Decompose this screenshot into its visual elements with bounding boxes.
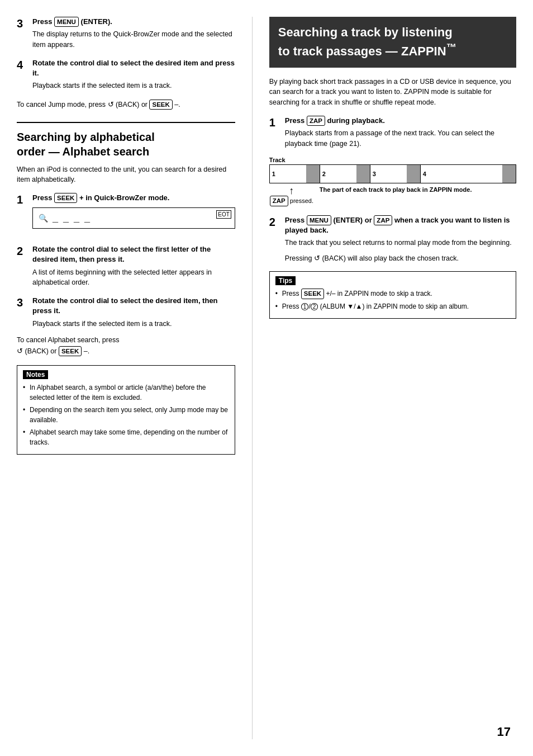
alph-step-3: 3 Rotate the control dial to select the … <box>17 296 235 329</box>
step-number-4: 4 <box>17 58 30 72</box>
tips-list: Press SEEK +/– in ZAPPIN mode to skip a … <box>275 289 510 311</box>
segment-4-shaded <box>502 165 516 183</box>
step-4-content: Rotate the control dial to select the de… <box>32 58 235 91</box>
eot-indicator: EOT <box>216 210 231 219</box>
alph-step-3-body: Playback starts if the selected item is … <box>32 319 235 329</box>
track-arrow-desc: The part of each track to play back in Z… <box>320 186 472 193</box>
up-arrow: ↑ <box>289 186 294 196</box>
zap-step-2-content: Press MENU (ENTER) or ZAP when a track y… <box>285 215 516 264</box>
track-arrow-right: The part of each track to play back in Z… <box>314 186 516 194</box>
menu-key: MENU <box>54 17 79 27</box>
right-heading: Searching a track by listeningto track p… <box>278 25 507 60</box>
right-header-box: Searching a track by listeningto track p… <box>269 17 516 68</box>
step-4-body: Playback starts if the selected item is … <box>32 81 235 91</box>
zap-step-1-body: Playback starts from a passage of the ne… <box>285 128 516 149</box>
notes-list: In Alphabet search, a symbol or article … <box>23 382 229 447</box>
alph-step-number-1: 1 <box>17 193 30 206</box>
track-segment-1: 1 <box>270 165 320 183</box>
tips-box: Tips Press SEEK +/– in ZAPPIN mode to sk… <box>269 271 516 318</box>
segment-2-shaded <box>356 165 370 183</box>
alphabet-intro: When an iPod is connected to the unit, y… <box>17 164 235 186</box>
tip-item-1: Press SEEK +/– in ZAPPIN mode to skip a … <box>275 289 510 299</box>
step-3-left: 3 Press MENU (ENTER). The display return… <box>17 17 235 50</box>
search-icon: 🔍 <box>39 214 48 223</box>
album-key-2: 2 <box>311 303 318 310</box>
zap-step-number-2: 2 <box>269 215 283 229</box>
zap-key-1: ZAP <box>307 116 325 126</box>
alph-step-1-title: Press SEEK + in Quick-BrowZer mode. <box>32 193 235 203</box>
zappin-intro: By playing back short track passages in … <box>269 77 516 108</box>
seek-key-1: SEEK <box>54 193 77 203</box>
notes-box: Notes In Alphabet search, a symbol or ar… <box>17 365 235 455</box>
seek-key-cancel-alph: SEEK <box>59 346 82 356</box>
search-display: 🔍 𝅺 _ _ _ _ EOT <box>32 207 235 229</box>
tip-item-2: Press 1/2 (ALBUM ▼/▲) in ZAPPIN mode to … <box>275 301 510 311</box>
zap-step-2-body2: Pressing ↺ (BACK) will also play back th… <box>285 253 516 264</box>
segment-1-label: 1 <box>272 171 275 177</box>
alphabet-search-heading: Searching by alphabeticalorder — Alphabe… <box>17 122 235 159</box>
zap-step-2: 2 Press MENU (ENTER) or ZAP when a track… <box>269 215 516 264</box>
alph-step-number-3: 3 <box>17 296 30 309</box>
step-number-3: 3 <box>17 17 30 30</box>
cancel-jump-text: To cancel Jump mode, press ↺ (BACK) or S… <box>17 99 235 111</box>
track-label: Track <box>269 157 516 163</box>
track-diagram: Track 1 2 3 <box>269 157 516 206</box>
menu-key-2: MENU <box>307 215 331 225</box>
seek-key-cancel: SEEK <box>149 100 172 110</box>
track-arrow-left: ↑ ZAP pressed. <box>269 186 314 206</box>
zap-step-2-body1: The track that you select returns to nor… <box>285 238 516 248</box>
zap-step-1: 1 Press ZAP during playback. Playback st… <box>269 116 516 149</box>
search-display-content: 🔍 𝅺 _ _ _ _ <box>39 212 91 225</box>
track-segment-2: 2 <box>320 165 370 183</box>
tips-title: Tips <box>275 276 296 285</box>
zap-step-1-content: Press ZAP during playback. Playback star… <box>285 116 516 149</box>
alph-step-2-content: Rotate the control dial to select the fi… <box>32 244 235 288</box>
step-4-title: Rotate the control dial to select the de… <box>32 58 235 78</box>
segment-1-shaded <box>306 165 320 183</box>
segment-2-label: 2 <box>322 171 326 177</box>
track-segment-4: 4 <box>421 165 516 183</box>
zap-step-2-title: Press MENU (ENTER) or ZAP when a track y… <box>285 215 516 235</box>
zap-step-1-title: Press ZAP during playback. <box>285 116 516 126</box>
underscore-display: _ _ _ _ <box>53 212 91 224</box>
alph-step-2-title: Rotate the control dial to select the fi… <box>32 244 235 264</box>
note-item-2: Depending on the search item you select,… <box>23 405 229 425</box>
segment-4-label: 4 <box>423 171 426 177</box>
alph-step-number-2: 2 <box>17 244 30 258</box>
notes-title: Notes <box>23 370 48 379</box>
step-3-title: Press MENU (ENTER). <box>32 17 235 27</box>
alph-step-2-body: A list of items beginning with the selec… <box>32 267 235 289</box>
alph-step-3-title: Rotate the control dial to select the de… <box>32 296 235 316</box>
album-key-1: 1 <box>301 303 309 310</box>
step-3-body: The display returns to the Quick-BrowZer… <box>32 29 235 50</box>
alph-step-1: 1 Press SEEK + in Quick-BrowZer mode. 🔍 … <box>17 193 235 237</box>
cancel-alph-text: To cancel Alphabet search, press ↺ (BACK… <box>17 334 235 357</box>
alph-step-3-content: Rotate the control dial to select the de… <box>32 296 235 329</box>
note-item-3: Alphabet search may take some time, depe… <box>23 427 229 447</box>
tm-sup: ™ <box>446 41 456 53</box>
alph-step-1-content: Press SEEK + in Quick-BrowZer mode. 🔍 𝅺 … <box>32 193 235 237</box>
seek-key-tip: SEEK <box>301 289 324 299</box>
zap-key-2: ZAP <box>374 215 392 225</box>
segment-3-shaded <box>407 165 420 183</box>
note-item-1: In Alphabet search, a symbol or article … <box>23 382 229 403</box>
step-4-left: 4 Rotate the control dial to select the … <box>17 58 235 91</box>
segment-3-label: 3 <box>373 171 376 177</box>
track-arrow-row: ↑ ZAP pressed. The part of each track to… <box>269 186 516 206</box>
step-3-content: Press MENU (ENTER). The display returns … <box>32 17 235 50</box>
track-segment-3: 3 <box>370 165 421 183</box>
page-number: 17 <box>497 725 511 739</box>
right-column: Searching a track by listeningto track p… <box>253 17 516 739</box>
zap-step-number-1: 1 <box>269 116 283 129</box>
left-column: 3 Press MENU (ENTER). The display return… <box>17 17 253 739</box>
zap-key-pressed: ZAP <box>270 196 288 206</box>
alph-step-2: 2 Rotate the control dial to select the … <box>17 244 235 288</box>
zap-pressed-label: ZAP pressed. <box>270 196 313 206</box>
